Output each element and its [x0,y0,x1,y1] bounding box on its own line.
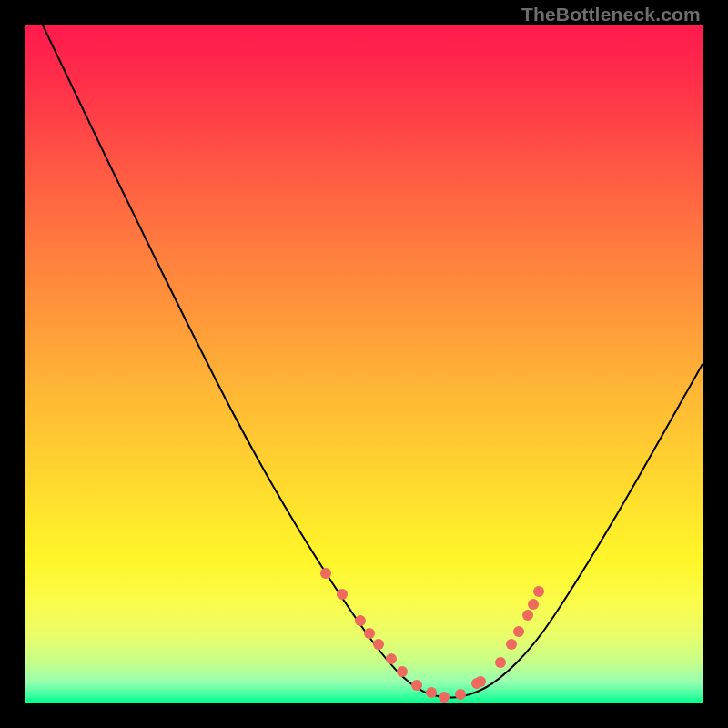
watermark-text: TheBottleneck.com [521,4,701,25]
gradient-background [25,25,703,703]
bottleneck-chart [25,25,703,703]
